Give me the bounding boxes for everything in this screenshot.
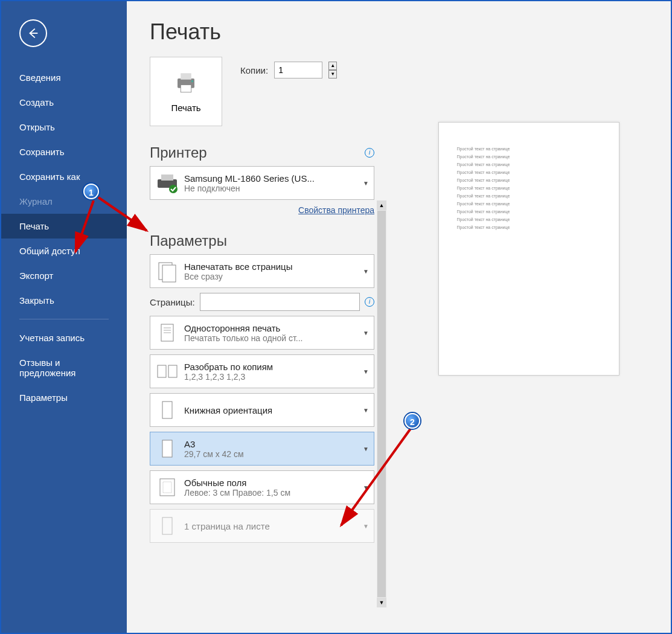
preview-line: Простой текст на странице [457, 186, 601, 190]
nav-options[interactable]: Параметры [1, 385, 127, 410]
portrait-icon [155, 398, 179, 422]
preview-line: Простой текст на странице [457, 155, 601, 159]
scroll-thumb[interactable] [377, 211, 386, 597]
nav-new[interactable]: Создать [1, 90, 127, 115]
arrow-left-icon [27, 27, 40, 40]
margins-icon [155, 475, 179, 499]
nav-account[interactable]: Учетная запись [1, 325, 127, 350]
pages-range-row: Страницы: i [127, 293, 386, 316]
chevron-down-icon: ▼ [363, 268, 369, 275]
preview-line: Простой текст на странице [457, 194, 601, 198]
print-preview-column: Простой текст на странице Простой текст … [386, 1, 671, 633]
app-window: Сведения Создать Открыть Сохранить Сохра… [0, 0, 672, 634]
chevron-down-icon: ▼ [363, 330, 369, 336]
svg-rect-6 [161, 175, 173, 181]
preview-page: Простой текст на странице Простой текст … [438, 122, 619, 376]
print-button-label: Печать [171, 103, 200, 113]
orientation-selector[interactable]: Книжная ориентация ▼ [150, 393, 374, 427]
chevron-down-icon: ▼ [363, 368, 369, 375]
preview-line: Простой текст на странице [457, 202, 601, 206]
collate-selector[interactable]: Разобрать по копиям1,2,3 1,2,3 1,2,3 ▼ [150, 354, 374, 388]
printer-device-icon [155, 171, 179, 195]
chevron-down-icon: ▼ [363, 407, 369, 414]
nav-open[interactable]: Открыть [1, 115, 127, 139]
pages-label: Страницы: [150, 297, 195, 307]
printer-properties-link[interactable]: Свойства принтера [298, 205, 374, 215]
preview-line: Простой текст на странице [457, 170, 601, 175]
scroll-down-icon[interactable]: ▼ [377, 598, 386, 607]
print-what-selector[interactable]: Напечатать все страницыВсе сразу ▼ [150, 254, 374, 288]
nav-save[interactable]: Сохранить [1, 139, 127, 164]
main-area: Документ1 - Word Печать Печать Копии: [127, 1, 671, 633]
preview-line: Простой текст на странице [457, 162, 601, 167]
preview-line: Простой текст на странице [457, 147, 601, 151]
scroll-up-icon[interactable]: ▲ [377, 200, 386, 210]
nav-close[interactable]: Закрыть [1, 288, 127, 313]
svg-rect-2 [181, 73, 191, 80]
svg-rect-14 [158, 365, 166, 377]
paper-icon [155, 437, 179, 461]
svg-rect-18 [160, 479, 174, 496]
nav-export[interactable]: Экспорт [1, 263, 127, 288]
preview-line: Простой текст на странице [457, 210, 601, 214]
nav-saveas[interactable]: Сохранить как [1, 164, 127, 189]
svg-rect-3 [181, 85, 191, 92]
pages-stack-icon [155, 259, 179, 283]
preview-line: Простой текст на странице [457, 178, 601, 182]
collate-icon [155, 359, 179, 383]
svg-point-7 [169, 185, 178, 193]
page-icon [155, 514, 179, 538]
backstage-sidebar: Сведения Создать Открыть Сохранить Сохра… [1, 1, 127, 633]
callout-1: 1 [83, 184, 99, 199]
print-action-row: Печать Копии: ▲ ▼ [127, 57, 386, 126]
printer-info-icon[interactable]: i [365, 148, 374, 158]
spinner-up-icon[interactable]: ▲ [328, 62, 337, 70]
single-side-icon [155, 321, 179, 345]
settings-scrollbar[interactable]: ▲ ▼ [377, 200, 386, 605]
copies-row: Копии: ▲ ▼ [240, 62, 337, 78]
arrow-2 [335, 426, 420, 534]
page-title: Печать [127, 1, 386, 57]
print-settings-column: Печать Печать Копии: ▲ ▼ [127, 1, 386, 633]
preview-line: Простой текст на странице [457, 217, 601, 222]
svg-line-21 [75, 200, 94, 252]
pages-info-icon[interactable]: i [365, 297, 374, 307]
printer-section-title: Принтер i [127, 138, 386, 166]
pages-input[interactable] [200, 293, 360, 311]
back-button[interactable] [19, 19, 47, 47]
svg-line-23 [341, 429, 411, 525]
printer-selector[interactable]: Samsung ML-1860 Series (US... Не подключ… [150, 166, 374, 200]
svg-rect-16 [162, 402, 172, 418]
sides-selector[interactable]: Односторонняя печатьПечатать только на о… [150, 316, 374, 350]
copies-spinner[interactable]: ▲ ▼ [328, 62, 337, 78]
spinner-down-icon[interactable]: ▼ [328, 70, 337, 78]
printer-status: Не подключен [184, 184, 358, 193]
arrow-1b [95, 194, 168, 243]
callout-2: 2 [405, 413, 420, 429]
nav-info[interactable]: Сведения [1, 65, 127, 90]
svg-rect-17 [162, 440, 172, 457]
printer-name: Samsung ML-1860 Series (US... [184, 173, 335, 184]
print-button[interactable]: Печать [150, 57, 222, 126]
preview-line: Простой текст на странице [457, 225, 601, 229]
svg-rect-9 [162, 265, 176, 282]
svg-point-4 [191, 80, 194, 83]
printer-icon [173, 70, 199, 95]
nav-feedback[interactable]: Отзывы и предложения [1, 350, 127, 385]
svg-rect-20 [162, 517, 172, 534]
nav-separator [19, 319, 109, 319]
chevron-down-icon: ▼ [363, 180, 369, 187]
svg-line-22 [98, 197, 147, 231]
copies-label: Копии: [240, 65, 268, 75]
copies-input[interactable] [274, 62, 322, 78]
svg-rect-15 [168, 365, 177, 377]
